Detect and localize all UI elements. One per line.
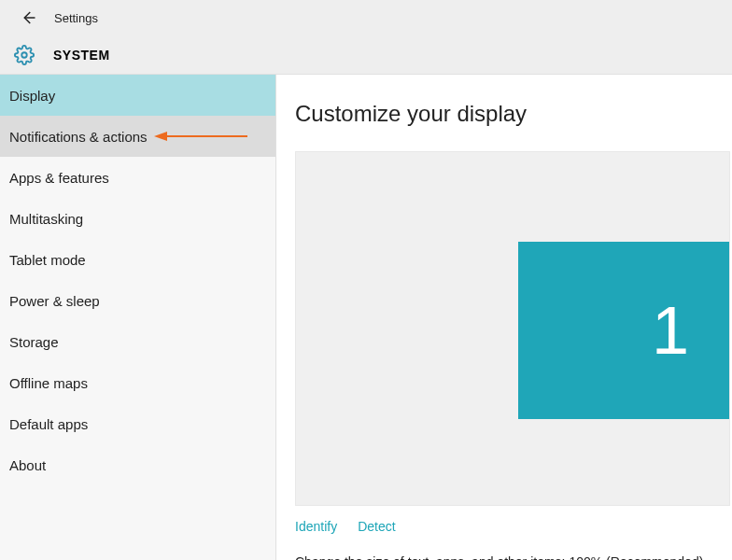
- sidebar-item-default-apps[interactable]: Default apps: [0, 403, 275, 444]
- sidebar-item-label: Notifications & actions: [9, 129, 148, 145]
- sidebar-item-storage[interactable]: Storage: [0, 321, 275, 362]
- page-title: SYSTEM: [53, 48, 110, 63]
- sidebar-item-label: Apps & features: [9, 170, 109, 186]
- sidebar-item-label: Offline maps: [9, 375, 88, 391]
- sidebar-item-power-sleep[interactable]: Power & sleep: [0, 280, 275, 321]
- svg-point-1: [21, 52, 27, 58]
- scale-label: Change the size of text, apps, and other…: [295, 554, 732, 560]
- page-header: SYSTEM: [0, 35, 732, 75]
- display-actions: Identify Detect: [295, 519, 732, 534]
- sidebar-item-about[interactable]: About: [0, 444, 275, 485]
- sidebar-item-multitasking[interactable]: Multitasking: [0, 198, 275, 239]
- identify-link[interactable]: Identify: [295, 519, 337, 534]
- sidebar: Display Notifications & actions Apps & f…: [0, 75, 276, 560]
- sidebar-item-apps-features[interactable]: Apps & features: [0, 157, 275, 198]
- main-panel: Customize your display 1 Identify Detect…: [276, 75, 732, 560]
- annotation-arrow-icon: [154, 130, 247, 143]
- sidebar-item-label: Default apps: [9, 416, 88, 432]
- sidebar-item-label: Storage: [9, 334, 59, 350]
- monitor-number: 1: [652, 292, 689, 369]
- sidebar-item-label: About: [9, 457, 46, 473]
- sidebar-item-label: Power & sleep: [9, 293, 100, 309]
- sidebar-item-display[interactable]: Display: [0, 75, 275, 116]
- sidebar-item-label: Display: [9, 88, 55, 104]
- main-heading: Customize your display: [295, 101, 732, 127]
- title-bar: Settings: [0, 0, 732, 35]
- display-preview-box[interactable]: 1: [295, 151, 730, 506]
- monitor-preview[interactable]: 1: [518, 242, 729, 419]
- sidebar-item-offline-maps[interactable]: Offline maps: [0, 362, 275, 403]
- content-area: Display Notifications & actions Apps & f…: [0, 75, 732, 560]
- detect-link[interactable]: Detect: [358, 519, 395, 534]
- back-arrow-icon: [20, 9, 36, 26]
- back-button[interactable]: [17, 7, 39, 29]
- svg-marker-3: [154, 132, 167, 141]
- window-title: Settings: [54, 11, 98, 25]
- gear-icon: [14, 45, 35, 65]
- sidebar-item-notifications[interactable]: Notifications & actions: [0, 116, 275, 157]
- sidebar-item-label: Multitasking: [9, 211, 83, 227]
- sidebar-item-tablet-mode[interactable]: Tablet mode: [0, 239, 275, 280]
- sidebar-item-label: Tablet mode: [9, 252, 86, 268]
